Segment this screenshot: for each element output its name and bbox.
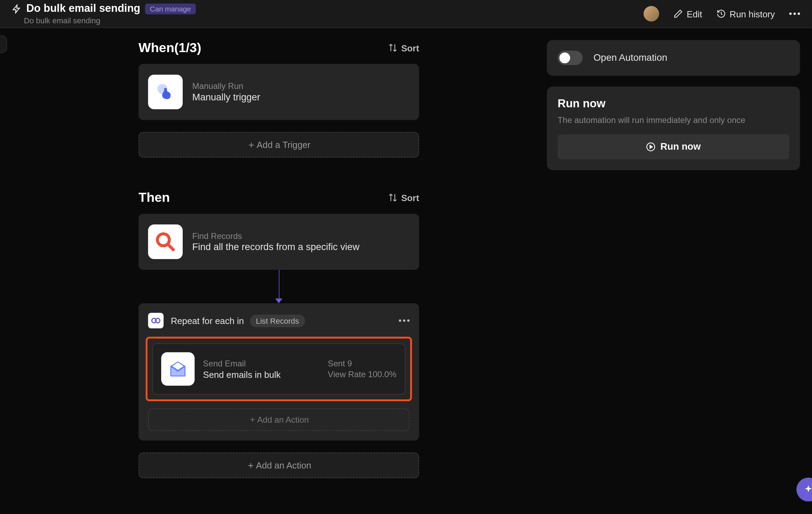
trigger-card-manually-run[interactable]: Manually Run Manually trigger xyxy=(139,64,419,120)
when-section-header: When(1/3) Sort xyxy=(139,40,419,56)
action-card-send-email[interactable]: Send Email Send emails in bulk Sent 9 Vi… xyxy=(152,343,405,395)
add-trigger-button[interactable]: Add a Trigger xyxy=(139,132,419,158)
header-bar: Do bulk email sending Can manage Do bulk… xyxy=(0,0,812,28)
bolt-icon xyxy=(12,4,22,14)
trigger-label: Manually Run xyxy=(192,81,260,91)
run-now-btn-label: Run now xyxy=(661,141,701,152)
run-now-title: Run now xyxy=(558,97,789,110)
when-title: When(1/3) xyxy=(139,40,201,56)
then-title: Then xyxy=(139,190,170,206)
loop-title: Repeat for each in xyxy=(171,315,244,325)
toggle-label: Open Automation xyxy=(594,52,668,63)
sidebar-expand-handle[interactable] xyxy=(0,35,7,53)
add-inner-label: Add an Action xyxy=(257,415,309,425)
email-icon xyxy=(161,352,194,386)
play-circle-icon xyxy=(646,142,656,152)
email-sent-stat: Sent 9 xyxy=(328,359,397,368)
loop-icon xyxy=(148,313,164,329)
add-inner-action-button[interactable]: Add an Action xyxy=(148,408,409,431)
edit-button[interactable]: Edit xyxy=(673,9,702,19)
breadcrumb: Do bulk email sending xyxy=(24,16,196,25)
loop-source-pill[interactable]: List Records xyxy=(250,314,305,327)
automation-toggle-panel: Open Automation xyxy=(547,40,800,76)
automation-toggle[interactable] xyxy=(558,51,583,65)
run-now-panel: Run now The automation will run immediat… xyxy=(547,86,800,170)
run-now-desc: The automation will run immediately and … xyxy=(558,115,789,125)
email-label: Send Email xyxy=(203,358,281,368)
plus-icon xyxy=(247,141,256,149)
sort-icon xyxy=(388,43,398,53)
avatar[interactable] xyxy=(644,6,660,22)
flow-connector xyxy=(139,270,419,303)
touch-icon xyxy=(148,75,183,109)
trigger-desc: Manually trigger xyxy=(192,92,260,103)
pencil-icon xyxy=(673,9,683,19)
loop-menu-icon[interactable] xyxy=(399,320,409,322)
sort-label: Sort xyxy=(401,192,419,202)
find-desc: Find all the records from a specific vie… xyxy=(192,242,360,252)
run-history-button[interactable]: Run history xyxy=(716,9,775,19)
sparkle-icon xyxy=(803,484,812,495)
more-menu-icon[interactable] xyxy=(789,13,800,15)
plus-icon xyxy=(246,461,255,470)
find-label: Find Records xyxy=(192,231,360,241)
add-action-button[interactable]: Add an Action xyxy=(139,453,419,478)
page-title: Do bulk email sending xyxy=(26,2,140,15)
email-viewrate-stat: View Rate 100.0% xyxy=(328,370,397,379)
search-icon xyxy=(148,224,183,259)
when-sort-button[interactable]: Sort xyxy=(388,43,419,53)
loop-container: Repeat for each in List Records Send Ema… xyxy=(139,303,419,440)
permission-badge[interactable]: Can manage xyxy=(145,3,196,14)
chevron-down-icon xyxy=(275,299,282,304)
run-now-button[interactable]: Run now xyxy=(558,134,789,159)
history-label: Run history xyxy=(730,9,775,19)
sort-icon xyxy=(388,193,398,202)
email-desc: Send emails in bulk xyxy=(203,369,281,379)
edit-label: Edit xyxy=(687,9,702,19)
highlighted-action: Send Email Send emails in bulk Sent 9 Vi… xyxy=(146,337,412,401)
sort-label: Sort xyxy=(401,43,419,53)
then-sort-button[interactable]: Sort xyxy=(388,192,419,202)
history-icon xyxy=(716,9,726,19)
then-section-header: Then Sort xyxy=(139,190,419,206)
action-card-find-records[interactable]: Find Records Find all the records from a… xyxy=(139,214,419,270)
add-trigger-label: Add a Trigger xyxy=(257,140,310,150)
plus-icon xyxy=(249,416,256,423)
add-action-label: Add an Action xyxy=(256,460,311,470)
